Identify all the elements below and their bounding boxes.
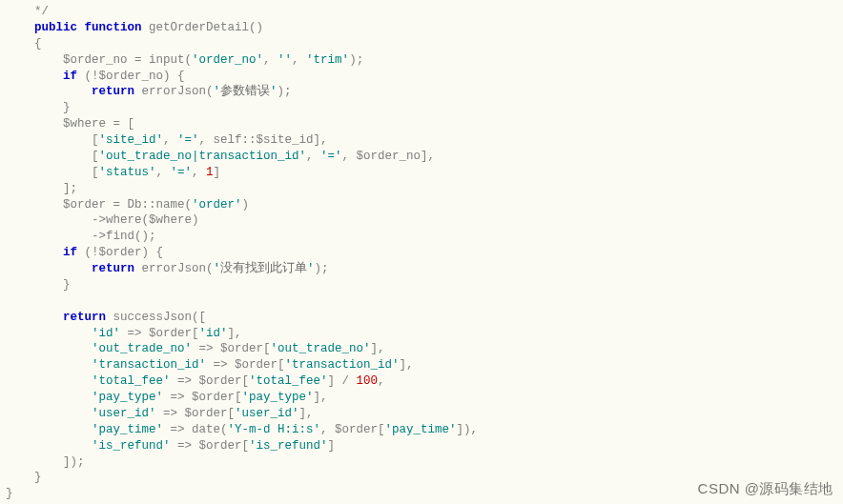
code-token: 'pay_type' [92, 391, 163, 404]
code-token: 'out_trade_no' [92, 342, 192, 355]
code-token: return [92, 85, 134, 98]
code-token: '=' [320, 150, 342, 163]
code-token: => date( [163, 423, 228, 436]
code-token: => $order[ [192, 342, 271, 355]
code-block: */ public function getOrderDetail() { $o… [0, 0, 843, 504]
code-token: ); [278, 85, 292, 98]
code-token: 'user_id' [92, 407, 156, 420]
code-token: [ [6, 166, 99, 179]
code-token: 'user_id' [235, 407, 299, 420]
code-token: ' [214, 85, 221, 98]
code-token [6, 374, 92, 388]
code-token: 'is_refund' [92, 439, 171, 453]
code-token: ' [270, 85, 278, 98]
code-token: } [6, 101, 71, 114]
code-token: ] [328, 439, 336, 453]
code-token: 'order_no' [192, 53, 263, 67]
code-token: , [163, 133, 177, 147]
code-token: ]); [6, 455, 85, 469]
code-token: 100 [357, 374, 379, 388]
code-token: 'id' [92, 327, 120, 340]
code-token: 'pay_time' [385, 423, 457, 436]
code-token: 'out_trade_no|transaction_id' [99, 150, 307, 163]
code-token: '' [278, 53, 292, 67]
code-token: ]; [6, 182, 77, 195]
code-token: if [63, 70, 77, 83]
code-token: errorJson( [134, 262, 214, 275]
code-token: return [63, 311, 106, 324]
code-token: return [92, 262, 134, 275]
code-token: (!$order_no) { [77, 70, 185, 83]
code-token: , [156, 166, 171, 179]
code-token: 'status' [99, 166, 156, 179]
code-token [6, 262, 92, 275]
code-token: ]), [457, 423, 479, 436]
code-token: 'is_refund' [249, 439, 328, 453]
code-token [6, 342, 92, 355]
code-token: , [292, 53, 306, 67]
code-token: 'order' [192, 198, 242, 212]
code-token: $order = Db::name( [6, 198, 192, 212]
code-token [6, 423, 92, 436]
code-token: (!$order) { [77, 246, 163, 259]
code-token: ], [314, 391, 328, 404]
code-token: 'site_id' [99, 133, 164, 147]
code-token: , [192, 166, 206, 179]
code-token: ], [228, 327, 242, 340]
code-token: 'transaction_id' [285, 358, 400, 372]
code-token: $order_no = input( [6, 53, 192, 67]
code-token: , $order[ [320, 423, 385, 436]
code-token: 'id' [199, 327, 228, 340]
code-token: ], [299, 407, 314, 420]
code-token: ' [307, 262, 315, 275]
watermark-text: CSDN @源码集结地 [698, 479, 833, 498]
code-token: => $order[ [120, 327, 199, 340]
code-token [6, 70, 63, 83]
code-token: getOrderDetail() [142, 21, 264, 34]
code-token: 'transaction_id' [92, 358, 206, 372]
code-token [6, 358, 92, 372]
code-token: => $order[ [156, 407, 236, 420]
code-token: ->where($where) [6, 213, 199, 227]
code-token: , [378, 374, 385, 388]
code-token [6, 311, 63, 324]
code-token: '=' [177, 133, 199, 147]
code-token: } [6, 278, 71, 292]
code-token: } [6, 487, 13, 500]
code-token [6, 85, 92, 98]
code-token [6, 246, 63, 259]
code-token: $where = [ [6, 117, 134, 131]
code-token: ] / [328, 374, 357, 388]
code-token: if [63, 246, 77, 259]
code-token: 'pay_time' [92, 423, 163, 436]
code-token [6, 327, 92, 340]
code-token: ->find(); [6, 230, 156, 243]
code-token: , $order_no], [342, 150, 436, 163]
code-token: 'pay_type' [242, 391, 314, 404]
code-token: 1 [206, 166, 214, 179]
code-token: [ [6, 133, 99, 147]
code-token: successJson([ [106, 311, 206, 324]
code-token: => $order[ [206, 358, 285, 372]
code-token: , self::$site_id], [199, 133, 328, 147]
code-token: 'Y-m-d H:i:s' [228, 423, 321, 436]
code-token: 'total_fee' [249, 374, 328, 388]
code-token: => $order[ [163, 391, 242, 404]
code-token: ); [315, 262, 329, 275]
code-token: */ [6, 5, 49, 18]
code-token: ' [214, 262, 221, 275]
code-token: ) [242, 198, 250, 212]
code-token: ); [349, 53, 363, 67]
code-token: => $order[ [171, 374, 250, 388]
code-token: => $order[ [171, 439, 250, 453]
code-token: 'total_fee' [92, 374, 171, 388]
code-token: [ [6, 150, 99, 163]
code-token: ], [371, 342, 385, 355]
code-token: 'trim' [306, 53, 349, 67]
code-token [6, 407, 92, 420]
code-token [6, 439, 92, 453]
code-token: , [306, 150, 320, 163]
code-token [6, 21, 34, 34]
code-token: ] [214, 166, 221, 179]
code-token [6, 391, 92, 404]
